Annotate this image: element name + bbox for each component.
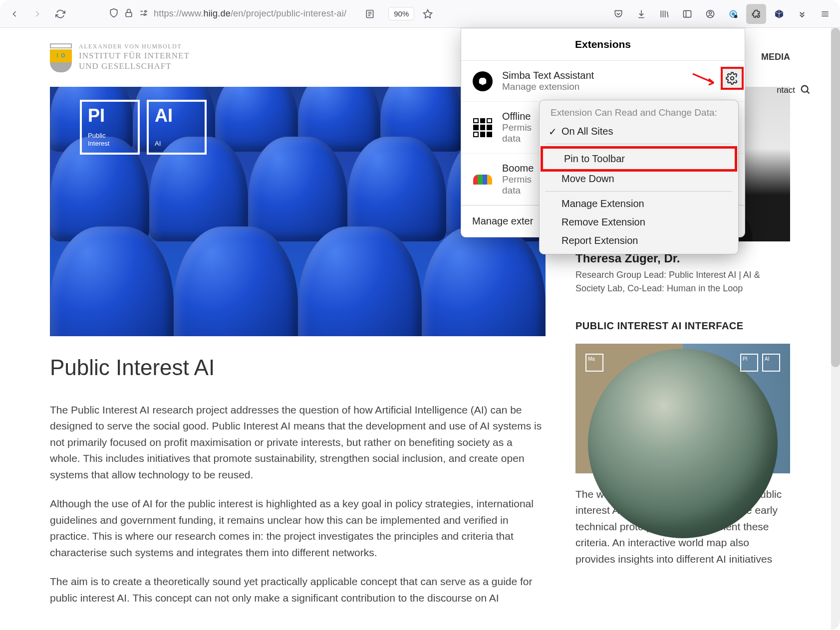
bookmark-button[interactable] — [418, 4, 437, 23]
forward-button[interactable] — [28, 4, 47, 23]
nav-contact-partial[interactable]: ntact — [777, 85, 795, 95]
nav-media[interactable]: MEDIA — [761, 52, 790, 62]
extension-name: Simba Text Assistant — [502, 70, 734, 81]
logo-text-line3: UND GESELLSCHAFT — [79, 61, 190, 71]
svg-rect-4 — [684, 10, 691, 17]
ctx-pin-to-toolbar[interactable]: Pin to Toolbar — [544, 150, 734, 168]
reader-mode-button[interactable] — [360, 4, 379, 23]
url-text: https://www.hiig.de/en/project/public-in… — [154, 8, 346, 19]
browser-toolbar: https://www.hiig.de/en/project/public-in… — [0, 0, 840, 28]
extension-context-menu: Extension Can Read and Change Data: On A… — [539, 100, 739, 254]
pocket-button[interactable] — [608, 4, 628, 24]
svg-rect-0 — [126, 12, 132, 16]
eye-dropper-icon[interactable] — [723, 4, 743, 24]
extensions-popup-title: Extensions — [461, 28, 745, 61]
scroll-thumb[interactable] — [831, 28, 840, 367]
extension-item-simba[interactable]: Simba Text Assistant Manage extension — [461, 61, 745, 102]
downloads-button[interactable] — [631, 4, 651, 24]
extension-settings-button[interactable] — [721, 67, 744, 90]
svg-point-8 — [732, 12, 735, 15]
hamburger-menu[interactable] — [815, 4, 835, 24]
svg-point-1 — [145, 10, 146, 12]
ctx-remove-extension[interactable]: Remove Extension — [540, 213, 738, 231]
svg-point-10 — [802, 86, 808, 92]
sidebar-button[interactable] — [677, 4, 697, 24]
hero-badge-ai: AI AI — [147, 100, 207, 155]
ctx-manage-extension[interactable]: Manage Extension — [540, 195, 738, 213]
shield-icon[interactable] — [109, 8, 119, 20]
ctx-move-down[interactable]: Move Down — [540, 170, 738, 188]
svg-point-2 — [144, 13, 145, 15]
ctx-report-extension[interactable]: Report Extension — [540, 231, 738, 250]
extensions-button[interactable] — [746, 4, 766, 24]
zoom-level[interactable]: 90% — [388, 7, 414, 20]
lion-icon — [473, 71, 493, 91]
address-bar[interactable]: https://www.hiig.de/en/project/public-in… — [109, 8, 346, 20]
svg-point-9 — [735, 15, 737, 17]
ctx-on-all-sites[interactable]: On All Sites — [540, 122, 738, 141]
cube-icon[interactable] — [769, 4, 789, 24]
overflow-button[interactable] — [792, 4, 812, 24]
hero-badge-pi: PI PublicInterest — [80, 100, 140, 155]
interface-image[interactable]: Ma PIAI — [575, 344, 790, 473]
logo-text-line1: ALEXANDER VON HUMBOLDT — [79, 43, 190, 50]
body-paragraph-3: The aim is to create a theoretically sou… — [50, 574, 546, 606]
account-button[interactable] — [700, 4, 720, 24]
person-role: Research Group Lead: Public Interest AI … — [575, 268, 790, 295]
ctx-header: Extension Can Read and Change Data: — [540, 104, 738, 122]
reload-button[interactable] — [51, 4, 70, 23]
svg-point-6 — [709, 11, 712, 14]
vertical-scrollbar[interactable] — [831, 28, 840, 630]
extension-sublabel: Manage extension — [502, 81, 734, 92]
lock-icon[interactable] — [124, 8, 134, 20]
body-paragraph-1: The Public Interest AI research project … — [50, 402, 546, 483]
back-button[interactable] — [5, 4, 24, 23]
logo-badge-icon — [50, 43, 72, 71]
body-paragraph-2: Although the use of AI for the public in… — [50, 496, 546, 561]
library-button[interactable] — [654, 4, 674, 24]
logo-text-line2: INSTITUT FÜR INTERNET — [79, 50, 190, 61]
qr-icon — [473, 118, 492, 137]
search-icon[interactable] — [800, 84, 811, 97]
boomerang-icon — [473, 175, 492, 185]
site-logo[interactable]: ALEXANDER VON HUMBOLDT INSTITUT FÜR INTE… — [50, 43, 190, 72]
section-title: PUBLIC INTEREST AI INTERFACE — [575, 320, 790, 332]
svg-point-11 — [731, 77, 734, 80]
page-title: Public Interest AI — [50, 355, 546, 380]
highlight-annotation: Pin to Toolbar — [541, 146, 737, 172]
permissions-icon[interactable] — [139, 8, 149, 20]
